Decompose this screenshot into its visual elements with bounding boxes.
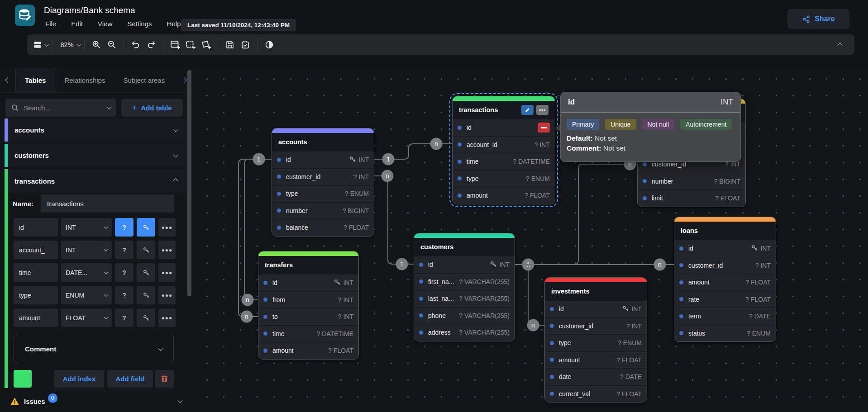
- table-color-swatch[interactable]: [14, 370, 32, 388]
- field-type-select[interactable]: INT: [61, 241, 112, 259]
- delete-table-button[interactable]: [155, 370, 174, 388]
- table-field-row[interactable]: idINT: [545, 300, 647, 317]
- add-index-button[interactable]: Add index: [54, 370, 104, 388]
- todo-button[interactable]: [238, 37, 253, 52]
- field-primary-key-toggle[interactable]: [137, 263, 155, 282]
- zoom-out-button[interactable]: [104, 37, 119, 52]
- menu-settings[interactable]: Settings: [127, 20, 152, 28]
- table-field-row[interactable]: time? DATETIME: [258, 325, 358, 342]
- table-field-row[interactable]: customer_id? INT: [674, 257, 776, 274]
- table-field-row[interactable]: customer_id? INT: [272, 168, 374, 185]
- table-field-row[interactable]: current_val? FLOAT: [545, 385, 647, 403]
- tab-relationships[interactable]: Relationships: [55, 68, 114, 92]
- theme-toggle-button[interactable]: [262, 37, 277, 52]
- table-field-row[interactable]: rate? FLOAT: [674, 291, 776, 308]
- menu-view[interactable]: View: [98, 20, 112, 28]
- table-field-row[interactable]: number? BIGINT: [638, 173, 745, 190]
- table-field-row[interactable]: time? DATETIME: [453, 153, 555, 170]
- field-nullable-toggle[interactable]: ?: [115, 286, 134, 304]
- table-field-row[interactable]: amount? FLOAT: [453, 187, 555, 204]
- field-primary-key-toggle[interactable]: [137, 241, 155, 259]
- table-field-row[interactable]: amount? FLOAT: [545, 351, 647, 369]
- menu-file[interactable]: File: [45, 20, 56, 28]
- add-note-button[interactable]: [198, 37, 214, 52]
- table-field-row[interactable]: address? VARCHAR(255): [414, 324, 515, 341]
- field-name-input[interactable]: time: [14, 263, 58, 282]
- canvas-table-transfers[interactable]: transfersidINTfrom? INTto? INTtime? DATE…: [258, 251, 359, 360]
- table-field-row[interactable]: idINT: [272, 151, 374, 168]
- table-field-row[interactable]: date? DATE: [545, 368, 647, 385]
- add-table-button[interactable]: + Add table: [121, 99, 183, 117]
- table-field-row[interactable]: term? DATE: [674, 308, 776, 325]
- field-more-options-button[interactable]: ●●●: [158, 308, 176, 327]
- field-nullable-toggle[interactable]: ?: [115, 241, 134, 259]
- field-name-input[interactable]: type: [14, 286, 58, 304]
- field-name-input[interactable]: id: [14, 218, 58, 237]
- field-primary-key-toggle[interactable]: [137, 286, 155, 304]
- table-field-row[interactable]: last_na...? VARCHAR(255): [414, 290, 515, 307]
- field-more-options-button[interactable]: ●●●: [158, 286, 176, 304]
- zoom-in-button[interactable]: [89, 37, 104, 52]
- issues-bar[interactable]: Issues 0: [0, 390, 192, 412]
- table-field-row[interactable]: id: [453, 119, 555, 136]
- sidebar-table-item-accounts[interactable]: accounts: [5, 118, 187, 142]
- field-name-input[interactable]: amount: [14, 308, 58, 327]
- table-field-row[interactable]: to? INT: [258, 308, 358, 325]
- table-field-row[interactable]: first_na...? VARCHAR(255): [414, 273, 515, 290]
- add-field-button[interactable]: Add field: [107, 370, 153, 388]
- table-field-row[interactable]: idINT: [674, 240, 776, 257]
- canvas-table-customers[interactable]: customersidINTfirst_na...? VARCHAR(255)l…: [414, 233, 515, 341]
- table-field-row[interactable]: status? ENUM: [674, 325, 776, 342]
- table-field-row[interactable]: customer_id? INT: [545, 317, 647, 335]
- table-field-row[interactable]: balance? FLOAT: [272, 219, 374, 236]
- field-type-select[interactable]: INT: [61, 218, 112, 237]
- table-field-row[interactable]: number? BIGINT: [272, 202, 374, 219]
- table-name-input[interactable]: [41, 194, 174, 213]
- field-name-input[interactable]: account_: [14, 241, 58, 259]
- canvas-table-investments[interactable]: investmentsidINTcustomer_id? INTtype? EN…: [544, 277, 647, 403]
- table-field-row[interactable]: type? ENUM: [545, 334, 647, 351]
- table-field-row[interactable]: idINT: [414, 256, 515, 273]
- canvas-table-loans[interactable]: loansidINTcustomer_id? INTamount? FLOATr…: [674, 217, 776, 342]
- layout-toggle-button[interactable]: [33, 37, 48, 52]
- field-nullable-toggle[interactable]: ?: [115, 263, 134, 282]
- table-field-row[interactable]: type? ENUM: [453, 170, 555, 187]
- table-field-row[interactable]: idINT: [258, 274, 358, 291]
- field-type-select[interactable]: FLOAT: [61, 308, 112, 327]
- field-more-options-button[interactable]: ●●●: [158, 218, 176, 237]
- field-more-options-button[interactable]: ●●●: [158, 263, 176, 282]
- canvas-table-accounts[interactable]: accountsidINTcustomer_id? INTtype? ENUMn…: [272, 128, 374, 237]
- field-primary-key-toggle[interactable]: [137, 308, 155, 327]
- comment-section[interactable]: Comment: [14, 335, 174, 363]
- sidebar-scrollbar[interactable]: [187, 70, 191, 296]
- field-nullable-toggle[interactable]: ?: [115, 308, 134, 327]
- menu-help[interactable]: Help: [167, 20, 181, 28]
- redo-button[interactable]: [143, 37, 159, 52]
- tab-subject-areas[interactable]: Subject areas: [114, 68, 165, 92]
- field-nullable-toggle[interactable]: ?: [115, 218, 134, 237]
- tabs-scroll-left-button[interactable]: [0, 68, 15, 92]
- menu-edit[interactable]: Edit: [71, 20, 83, 28]
- table-field-row[interactable]: limit? FLOAT: [638, 189, 745, 207]
- search-input[interactable]: Search...: [5, 99, 116, 117]
- table-field-row[interactable]: from? INT: [258, 291, 358, 308]
- table-field-row[interactable]: type? ENUM: [272, 185, 374, 202]
- add-area-button[interactable]: [183, 37, 198, 52]
- add-table-button-toolbar[interactable]: [167, 37, 183, 52]
- save-button[interactable]: [222, 37, 238, 52]
- delete-field-button[interactable]: [538, 123, 550, 133]
- table-field-row[interactable]: account_id? INT: [453, 136, 555, 153]
- field-more-options-button[interactable]: ●●●: [158, 241, 176, 259]
- table-field-row[interactable]: amount? FLOAT: [674, 274, 776, 291]
- sidebar-table-item-customers[interactable]: customers: [5, 144, 187, 167]
- field-primary-key-toggle[interactable]: [137, 218, 155, 237]
- table-field-row[interactable]: phone? VARCHAR(255): [414, 307, 515, 324]
- edit-table-button[interactable]: [521, 105, 534, 115]
- tab-tables[interactable]: Tables: [15, 68, 55, 92]
- canvas-table-transactions[interactable]: transactions•••idaccount_id? INTtime? DA…: [452, 96, 555, 204]
- sidebar-table-item-transactions[interactable]: transactions: [5, 169, 187, 193]
- table-field-row[interactable]: amount? FLOAT: [258, 342, 358, 359]
- field-type-select[interactable]: ENUM: [61, 286, 112, 304]
- field-type-select[interactable]: DATE...: [61, 263, 112, 282]
- table-more-options-button[interactable]: •••: [536, 105, 548, 115]
